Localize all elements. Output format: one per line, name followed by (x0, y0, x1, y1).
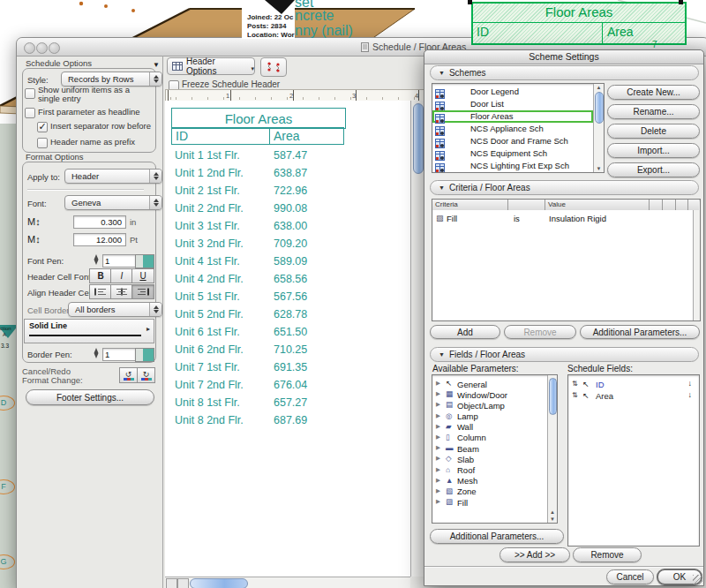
font-pen-swatch[interactable] (135, 254, 154, 268)
bold-button[interactable]: B (89, 268, 112, 283)
align-left-button[interactable] (89, 284, 112, 299)
expand-arrow-icon[interactable]: ▶ (436, 477, 440, 484)
expand-arrow-icon[interactable]: ▶ (436, 433, 440, 441)
collapse-icon[interactable]: ▼ (439, 185, 445, 191)
scroll-left-button[interactable] (166, 578, 177, 588)
header-options-button[interactable]: Header Options ▾ (167, 57, 255, 75)
expand-arrow-icon[interactable]: ▶ (436, 423, 440, 430)
expand-arrow-icon[interactable]: ▶ (436, 455, 440, 462)
scroll-down-icon[interactable]: ▼ (548, 516, 557, 522)
sort-down-icon[interactable]: ↓ (688, 379, 693, 388)
collapse-icon[interactable]: ▼ (439, 351, 445, 358)
table-row[interactable]: Unit 7 1st Flr. 691.35 (171, 359, 344, 377)
schemes-section-header[interactable]: ▼ Schemes (430, 65, 699, 80)
reorder-icon[interactable]: ⇅ (572, 380, 578, 388)
scheme-list-item[interactable]: NCS Lighting Fixt Exp Sch (432, 160, 593, 172)
parameter-tree-item[interactable]: ▶ ◎ Lamp (432, 411, 547, 422)
apply-to-dropdown[interactable]: Header (64, 169, 162, 184)
size-pt-field[interactable]: 12.000 (73, 233, 126, 246)
italic-button[interactable]: I (110, 268, 133, 283)
table-row[interactable]: Unit 5 1st Flr. 567.56 (171, 289, 344, 306)
collapse-icon[interactable]: ▼ (439, 70, 445, 76)
horizontal-scrollbar-thumb[interactable] (190, 578, 248, 588)
first-parameter-checkbox[interactable] (25, 108, 35, 118)
table-row[interactable]: Unit 1 1st Flr. 587.47 (171, 147, 344, 165)
table-row[interactable]: Unit 7 2nd Flr. 676.04 (171, 377, 344, 395)
footer-settings-button[interactable]: Footer Settings... (26, 389, 154, 405)
criteria-remove-button[interactable]: Remove (504, 325, 576, 339)
selection-handle[interactable] (679, 0, 683, 4)
table-row[interactable]: Unit 2 2nd Flr. 990.08 (171, 200, 344, 218)
criteria-col-extra[interactable] (676, 200, 688, 210)
scheme-list-item[interactable]: NCS Appliance Sch (432, 123, 593, 135)
parameter-tree-item[interactable]: ▶ ◇ Slab (432, 454, 547, 464)
table-row[interactable]: Unit 1 2nd Flr. 638.87 (171, 165, 344, 183)
schemes-list[interactable]: Door Legend Door List (432, 83, 605, 173)
schemes-scrollbar[interactable]: ▲ ▼ (593, 84, 604, 172)
expand-arrow-icon[interactable]: ▶ (436, 412, 440, 419)
expand-arrow-icon[interactable]: ▶ (436, 466, 440, 473)
parameter-tree-item[interactable]: ▶ ▦ Window/Door (432, 389, 547, 400)
scheme-list-item[interactable]: NCS Door and Frame Sch (432, 135, 593, 147)
criteria-section-header[interactable]: ▼ Criteria / Floor Areas (430, 180, 699, 195)
undo-format-button[interactable]: ↺ (119, 367, 138, 383)
criteria-col-operator[interactable] (508, 200, 545, 210)
criteria-col-extra[interactable] (688, 200, 699, 210)
selection-handle[interactable] (468, 0, 472, 4)
table-row[interactable]: Unit 3 2nd Flr. 709.20 (171, 236, 344, 253)
border-pen-field[interactable]: 1 (102, 348, 136, 361)
scroll-up-icon[interactable]: ▲ (594, 85, 604, 90)
criteria-row[interactable]: ▨ Fill is Insulation Rigid (432, 214, 700, 224)
table-row[interactable]: Unit 8 2nd Flr. 687.69 (171, 412, 344, 430)
vertical-scrollbar-thumb[interactable] (413, 103, 424, 174)
expand-arrow-icon[interactable]: ▶ (436, 444, 440, 451)
redo-format-button[interactable]: ↻ (137, 367, 155, 383)
expand-arrow-icon[interactable]: ▶ (436, 401, 440, 408)
criteria-table[interactable]: Criteria Value ▨ Fill is Insulation Rigi… (432, 199, 701, 321)
table-row[interactable]: Unit 3 1st Flr. 638.00 (171, 218, 344, 236)
table-row[interactable]: Unit 4 2nd Flr. 658.56 (171, 271, 344, 289)
schedule-field-item[interactable]: ⇅ ↖ Area ↓ (568, 390, 699, 402)
parameter-tree-item[interactable]: ▶ ▰ Wall (432, 422, 547, 433)
schedule-table-title[interactable]: Floor Areas (171, 108, 346, 129)
cancel-button[interactable]: Cancel (606, 569, 654, 584)
align-center-button[interactable] (110, 284, 133, 299)
scroll-right-button[interactable] (177, 578, 189, 588)
border-pen-swatch[interactable] (135, 348, 154, 362)
table-row[interactable]: Unit 5 2nd Flr. 628.78 (171, 306, 344, 324)
criteria-col-value[interactable]: Value (545, 200, 650, 210)
separator-row-checkbox[interactable]: ✓ (37, 122, 48, 132)
expand-arrow-icon[interactable]: ▶ (436, 487, 440, 494)
criteria-add-button[interactable]: Add (430, 325, 500, 339)
expand-arrow-icon[interactable]: ▶ (436, 390, 440, 397)
expand-arrow-icon[interactable]: ▶ (436, 380, 440, 387)
criteria-col-extra[interactable] (650, 200, 663, 210)
schedule-col-area[interactable]: Area (270, 127, 344, 145)
fields-section-header[interactable]: ▼ Fields / Floor Areas (430, 347, 699, 362)
scheme-list-item[interactable]: Door List (432, 98, 593, 110)
criteria-col-extra[interactable] (663, 200, 676, 210)
sort-down-icon[interactable]: ↓ (688, 390, 693, 399)
table-row[interactable]: Unit 2 1st Flr. 722.96 (171, 183, 344, 200)
criteria-additional-parameters-button[interactable]: Additional Parameters... (580, 325, 700, 339)
uniform-items-checkbox[interactable] (25, 88, 35, 99)
drawing-preview-table[interactable]: Floor Areas ID Area (471, 2, 687, 45)
schedule-fields-list[interactable]: ⇅ ↖ ID ↓ ⇅ ↖ Area ↓ (567, 374, 700, 547)
parameters-scrollbar-thumb[interactable] (549, 378, 557, 415)
header-prefix-checkbox[interactable] (37, 138, 48, 148)
panel-collapse-arrow-icon[interactable]: ▼ (153, 61, 160, 69)
parameter-tree-item[interactable]: ▶ ↖ General (432, 379, 547, 389)
split-schedule-button[interactable] (260, 57, 287, 77)
vertical-scrollbar[interactable] (410, 101, 424, 577)
dialog-titlebar[interactable]: Scheme Settings (424, 50, 703, 64)
size-in-field[interactable]: 0.300 (73, 215, 126, 229)
line-type-dropdown[interactable]: Solid Line ▸ (24, 319, 154, 343)
font-dropdown[interactable]: Geneva (64, 195, 162, 210)
table-row[interactable]: Unit 6 2nd Flr. 710.25 (171, 342, 344, 359)
schemes-scrollbar-thumb[interactable] (595, 92, 604, 124)
remove-field-button[interactable]: Remove (573, 547, 642, 562)
table-row[interactable]: Unit 8 1st Flr. 657.27 (171, 395, 344, 412)
resize-grip[interactable] (693, 575, 702, 584)
scheme-list-item[interactable]: Door Legend (432, 86, 593, 98)
criteria-col-criteria[interactable]: Criteria (432, 200, 508, 210)
